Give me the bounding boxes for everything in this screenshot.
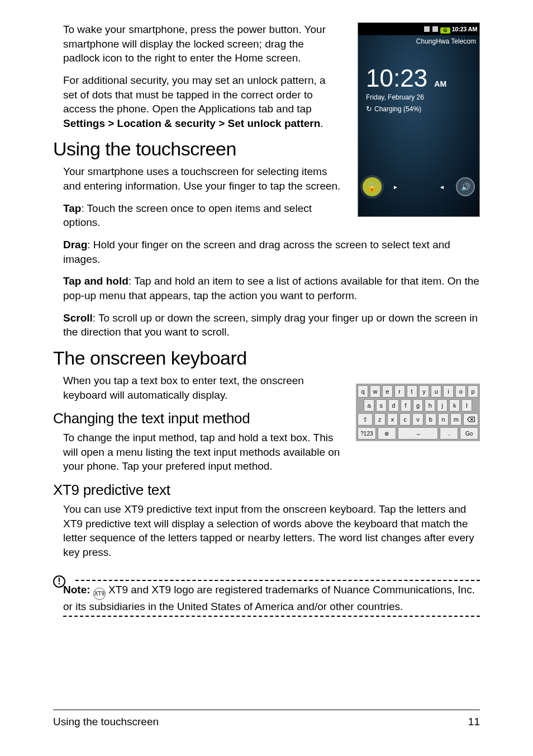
paragraph-touch-intro: Your smartphone uses a touchscreen for s… xyxy=(63,164,342,193)
key-z[interactable]: z xyxy=(374,413,386,426)
network-icon xyxy=(432,26,438,32)
key-period[interactable]: . xyxy=(440,427,458,440)
note-alert-icon: ! xyxy=(53,575,65,588)
footer-page-number: 11 xyxy=(468,716,480,728)
key-g[interactable]: g xyxy=(413,399,423,412)
key-n[interactable]: n xyxy=(438,413,449,426)
battery-icon: G xyxy=(440,27,450,34)
key-backspace[interactable] xyxy=(463,413,478,426)
key-r[interactable]: r xyxy=(394,385,405,398)
key-l[interactable]: l xyxy=(461,399,472,412)
key-w[interactable]: w xyxy=(370,385,380,398)
note-text: Note: XT9 XT9 and XT9 logo are registere… xyxy=(63,583,480,614)
key-f[interactable]: f xyxy=(401,399,411,412)
key-i[interactable]: i xyxy=(443,385,454,398)
status-time: 10:23 AM xyxy=(452,26,478,32)
key-b[interactable]: b xyxy=(425,413,436,426)
key-u[interactable]: u xyxy=(431,385,441,398)
key-o[interactable]: o xyxy=(455,385,466,398)
key-go[interactable]: Go xyxy=(460,427,478,440)
key-s[interactable]: s xyxy=(376,399,387,412)
onscreen-keyboard-figure: qwertyuiop asdfghjkl ⇧ zxcvbnm ?123 ⊕ ⌣ … xyxy=(356,384,480,441)
key-x[interactable]: x xyxy=(387,413,398,426)
key-j[interactable]: j xyxy=(437,399,448,412)
heading-xt9: XT9 predictive text xyxy=(53,481,480,499)
page-footer: Using the touchscreen 11 xyxy=(53,710,480,728)
key-h[interactable]: h xyxy=(425,399,435,412)
paragraph-keyboard-intro: When you tap a text box to enter text, t… xyxy=(63,374,342,402)
key-shift[interactable]: ⇧ xyxy=(358,413,373,426)
status-bar: G 10:23 AM xyxy=(358,23,479,35)
carrier-label: ChungHwa Telecom xyxy=(358,35,479,48)
key-a[interactable]: a xyxy=(364,399,374,412)
xt9-logo-icon: XT9 xyxy=(93,588,106,600)
paragraph-tap-hold: Tap and hold: Tap and hold an item to se… xyxy=(63,274,488,303)
key-numeric[interactable]: ?123 xyxy=(358,427,376,440)
note-block: ! Note: XT9 XT9 and XT9 logo are registe… xyxy=(53,568,480,617)
paragraph-security: For additional security, you may set an … xyxy=(63,73,342,131)
paragraph-wake: To wake your smartphone, press the power… xyxy=(63,22,342,65)
sound-slider[interactable]: 🔊 xyxy=(456,177,475,196)
key-m[interactable]: m xyxy=(450,413,461,426)
key-globe[interactable]: ⊕ xyxy=(378,427,396,440)
key-k[interactable]: k xyxy=(449,399,460,412)
key-c[interactable]: c xyxy=(399,413,411,426)
paragraph-change-input: To change the input method, tap and hold… xyxy=(63,431,342,474)
key-e[interactable]: e xyxy=(382,385,393,398)
key-v[interactable]: v xyxy=(412,413,423,426)
lock-screen-figure: G 10:23 AM ChungHwa Telecom 10:23 AM Fri… xyxy=(358,22,480,217)
lock-clock: 10:23 AM xyxy=(358,48,479,92)
paragraph-xt9: You can use XT9 predictive text input fr… xyxy=(63,502,488,560)
paragraph-tap: Tap: Touch the screen once to open items… xyxy=(63,201,342,230)
key-y[interactable]: y xyxy=(419,385,430,398)
key-q[interactable]: q xyxy=(358,385,368,398)
signal-icon xyxy=(424,26,430,32)
unlock-slider[interactable]: 🔒 xyxy=(363,177,382,196)
key-t[interactable]: t xyxy=(407,385,417,398)
footer-section: Using the touchscreen xyxy=(53,716,159,728)
charging-label: Charging (54%) xyxy=(358,101,479,113)
paragraph-scroll: Scroll: To scroll up or down the screen,… xyxy=(63,311,488,339)
lock-date: Friday, February 26 xyxy=(358,92,479,101)
key-d[interactable]: d xyxy=(388,399,399,412)
heading-onscreen-keyboard: The onscreen keyboard xyxy=(53,347,480,369)
key-space[interactable]: ⌣ xyxy=(398,427,439,440)
key-p[interactable]: p xyxy=(468,385,478,398)
paragraph-drag: Drag: Hold your finger on the screen and… xyxy=(63,238,488,266)
